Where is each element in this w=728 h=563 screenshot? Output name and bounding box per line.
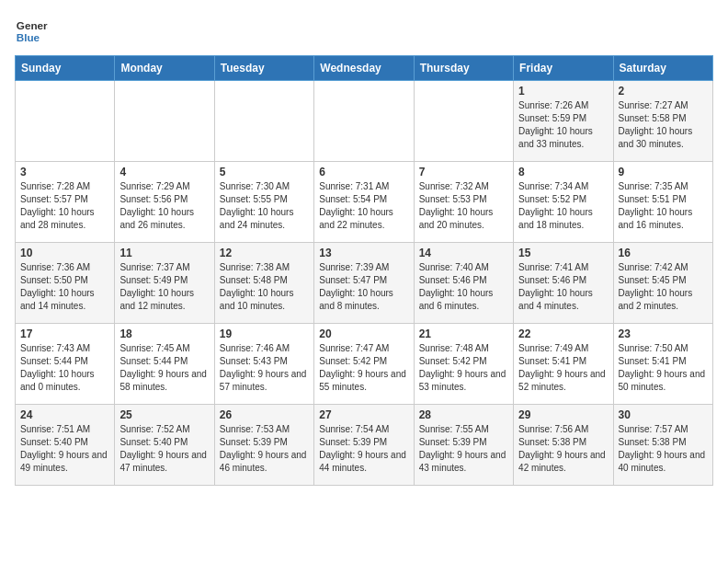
calendar-cell: 28Sunrise: 7:55 AM Sunset: 5:39 PM Dayli… [414,405,513,486]
calendar-cell: 2Sunrise: 7:27 AM Sunset: 5:58 PM Daylig… [613,81,712,162]
calendar-cell: 1Sunrise: 7:26 AM Sunset: 5:59 PM Daylig… [514,81,613,162]
day-info: Sunrise: 7:27 AM Sunset: 5:58 PM Dayligh… [619,99,708,151]
day-info: Sunrise: 7:32 AM Sunset: 5:53 PM Dayligh… [419,180,508,232]
day-number: 4 [119,166,209,178]
day-number: 5 [220,166,309,178]
day-number: 11 [119,247,209,259]
calendar-cell: 11Sunrise: 7:37 AM Sunset: 5:49 PM Dayli… [115,243,214,324]
calendar-table: SundayMondayTuesdayWednesdayThursdayFrid… [15,55,713,486]
day-info: Sunrise: 7:47 AM Sunset: 5:42 PM Dayligh… [319,342,408,394]
day-number: 13 [319,247,408,259]
day-number: 14 [419,247,508,259]
day-number: 12 [220,247,309,259]
calendar-cell: 23Sunrise: 7:50 AM Sunset: 5:41 PM Dayli… [613,324,712,405]
day-number: 10 [20,247,109,259]
calendar-cell: 30Sunrise: 7:57 AM Sunset: 5:38 PM Dayli… [613,405,712,486]
calendar-cell: 15Sunrise: 7:41 AM Sunset: 5:46 PM Dayli… [514,243,613,324]
calendar-week-5: 24Sunrise: 7:51 AM Sunset: 5:40 PM Dayli… [16,405,713,486]
day-number: 22 [518,327,608,340]
day-info: Sunrise: 7:51 AM Sunset: 5:40 PM Dayligh… [20,423,109,475]
calendar-cell: 9Sunrise: 7:35 AM Sunset: 5:51 PM Daylig… [613,162,712,243]
calendar-cell [115,81,214,162]
day-info: Sunrise: 7:30 AM Sunset: 5:55 PM Dayligh… [220,180,309,232]
day-number: 27 [319,408,408,421]
calendar-cell: 18Sunrise: 7:45 AM Sunset: 5:44 PM Dayli… [115,324,214,405]
calendar-cell: 14Sunrise: 7:40 AM Sunset: 5:46 PM Dayli… [414,243,513,324]
calendar-cell: 21Sunrise: 7:48 AM Sunset: 5:42 PM Dayli… [414,324,513,405]
calendar-cell: 10Sunrise: 7:36 AM Sunset: 5:50 PM Dayli… [16,243,115,324]
day-number: 8 [518,166,608,178]
calendar-cell: 8Sunrise: 7:34 AM Sunset: 5:52 PM Daylig… [514,162,613,243]
day-info: Sunrise: 7:45 AM Sunset: 5:44 PM Dayligh… [119,342,209,394]
calendar-cell [314,81,414,162]
calendar-cell: 4Sunrise: 7:29 AM Sunset: 5:56 PM Daylig… [115,162,214,243]
day-info: Sunrise: 7:42 AM Sunset: 5:45 PM Dayligh… [619,261,708,313]
svg-text:Blue: Blue [17,31,40,43]
day-info: Sunrise: 7:53 AM Sunset: 5:39 PM Dayligh… [220,423,309,475]
day-number: 18 [119,327,209,340]
day-info: Sunrise: 7:55 AM Sunset: 5:39 PM Dayligh… [419,423,508,475]
page-header: General Blue [15,15,713,48]
calendar-cell [16,81,115,162]
day-info: Sunrise: 7:57 AM Sunset: 5:38 PM Dayligh… [619,423,708,475]
day-number: 9 [619,166,708,178]
day-header-wednesday: Wednesday [314,56,414,81]
day-number: 30 [619,408,708,421]
day-info: Sunrise: 7:41 AM Sunset: 5:46 PM Dayligh… [518,261,608,313]
day-info: Sunrise: 7:39 AM Sunset: 5:47 PM Dayligh… [319,261,408,313]
day-info: Sunrise: 7:40 AM Sunset: 5:46 PM Dayligh… [419,261,508,313]
day-number: 1 [518,85,608,98]
day-header-sunday: Sunday [16,56,115,81]
calendar-cell: 5Sunrise: 7:30 AM Sunset: 5:55 PM Daylig… [214,162,313,243]
calendar-cell [214,81,313,162]
calendar-week-3: 10Sunrise: 7:36 AM Sunset: 5:50 PM Dayli… [16,243,713,324]
day-number: 29 [518,408,608,421]
header-row: SundayMondayTuesdayWednesdayThursdayFrid… [16,56,713,81]
calendar-week-2: 3Sunrise: 7:28 AM Sunset: 5:57 PM Daylig… [16,162,713,243]
calendar-cell: 16Sunrise: 7:42 AM Sunset: 5:45 PM Dayli… [613,243,712,324]
calendar-cell: 24Sunrise: 7:51 AM Sunset: 5:40 PM Dayli… [16,405,115,486]
calendar-cell: 25Sunrise: 7:52 AM Sunset: 5:40 PM Dayli… [115,405,214,486]
day-info: Sunrise: 7:36 AM Sunset: 5:50 PM Dayligh… [20,261,109,313]
calendar-cell: 27Sunrise: 7:54 AM Sunset: 5:39 PM Dayli… [314,405,414,486]
day-info: Sunrise: 7:52 AM Sunset: 5:40 PM Dayligh… [119,423,209,475]
calendar-week-1: 1Sunrise: 7:26 AM Sunset: 5:59 PM Daylig… [16,81,713,162]
calendar-cell: 7Sunrise: 7:32 AM Sunset: 5:53 PM Daylig… [414,162,513,243]
day-info: Sunrise: 7:50 AM Sunset: 5:41 PM Dayligh… [619,342,708,394]
calendar-cell: 13Sunrise: 7:39 AM Sunset: 5:47 PM Dayli… [314,243,414,324]
calendar-cell: 17Sunrise: 7:43 AM Sunset: 5:44 PM Dayli… [16,324,115,405]
calendar-cell: 29Sunrise: 7:56 AM Sunset: 5:38 PM Dayli… [514,405,613,486]
day-number: 23 [619,327,708,340]
day-header-thursday: Thursday [414,56,513,81]
day-number: 3 [20,166,109,178]
day-info: Sunrise: 7:35 AM Sunset: 5:51 PM Dayligh… [619,180,708,232]
day-number: 7 [419,166,508,178]
day-number: 28 [419,408,508,421]
day-info: Sunrise: 7:31 AM Sunset: 5:54 PM Dayligh… [319,180,408,232]
day-number: 16 [619,247,708,259]
calendar-cell: 22Sunrise: 7:49 AM Sunset: 5:41 PM Dayli… [514,324,613,405]
day-header-saturday: Saturday [613,56,712,81]
calendar-cell: 19Sunrise: 7:46 AM Sunset: 5:43 PM Dayli… [214,324,313,405]
day-number: 2 [619,85,708,98]
day-header-monday: Monday [115,56,214,81]
calendar-week-4: 17Sunrise: 7:43 AM Sunset: 5:44 PM Dayli… [16,324,713,405]
day-info: Sunrise: 7:28 AM Sunset: 5:57 PM Dayligh… [20,180,109,232]
calendar-cell: 12Sunrise: 7:38 AM Sunset: 5:48 PM Dayli… [214,243,313,324]
calendar-cell [414,81,513,162]
day-info: Sunrise: 7:46 AM Sunset: 5:43 PM Dayligh… [220,342,309,394]
day-number: 21 [419,327,508,340]
day-info: Sunrise: 7:29 AM Sunset: 5:56 PM Dayligh… [119,180,209,232]
day-number: 6 [319,166,408,178]
day-header-tuesday: Tuesday [214,56,313,81]
day-number: 25 [119,408,209,421]
day-info: Sunrise: 7:48 AM Sunset: 5:42 PM Dayligh… [419,342,508,394]
day-info: Sunrise: 7:38 AM Sunset: 5:48 PM Dayligh… [220,261,309,313]
calendar-cell: 6Sunrise: 7:31 AM Sunset: 5:54 PM Daylig… [314,162,414,243]
logo: General Blue [15,15,51,48]
logo-icon: General Blue [15,15,48,48]
day-info: Sunrise: 7:54 AM Sunset: 5:39 PM Dayligh… [319,423,408,475]
day-header-friday: Friday [514,56,613,81]
day-info: Sunrise: 7:43 AM Sunset: 5:44 PM Dayligh… [20,342,109,394]
day-info: Sunrise: 7:49 AM Sunset: 5:41 PM Dayligh… [518,342,608,394]
